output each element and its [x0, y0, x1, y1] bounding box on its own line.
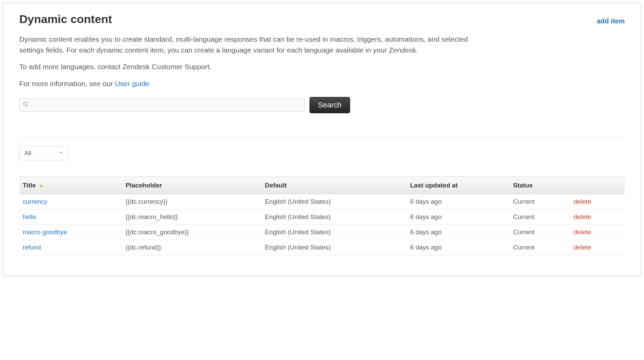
delete-link[interactable]: delete — [574, 228, 591, 236]
th-title[interactable]: Title — [19, 177, 122, 194]
search-row: Search — [19, 97, 625, 113]
row-default: English (United States) — [261, 240, 407, 255]
row-title-link[interactable]: currency — [23, 198, 47, 205]
table-row: macro goodbye{{dc.macro_goodbye}}English… — [19, 225, 625, 240]
description-para-1: Dynamic content enables you to create st… — [19, 34, 473, 55]
table-row: currency{{dc.currency}}English (United S… — [19, 194, 625, 209]
row-placeholder: {{dc.macro_hello}} — [122, 209, 261, 225]
delete-link[interactable]: delete — [574, 213, 591, 220]
row-last-updated: 6 days ago — [407, 209, 510, 225]
dynamic-content-table: Title Placeholder Default Last updated a… — [19, 177, 625, 255]
search-button[interactable]: Search — [309, 97, 350, 113]
description-para-2: To add more languages, contact Zendesk C… — [19, 61, 473, 72]
description-para-3-prefix: For more information, see our — [19, 80, 115, 87]
row-title-link[interactable]: refund — [23, 244, 41, 251]
header-row: Dynamic content add item — [19, 13, 625, 26]
user-guide-link[interactable]: User guide — [115, 80, 149, 87]
row-title-link[interactable]: hello — [23, 213, 36, 220]
th-last-updated[interactable]: Last updated at — [407, 177, 510, 194]
row-last-updated: 6 days ago — [407, 240, 510, 255]
row-status: Current — [510, 240, 570, 255]
th-default[interactable]: Default — [261, 177, 407, 194]
row-placeholder: {{dc.refund}} — [122, 240, 261, 255]
page-container: Dynamic content add item Dynamic content… — [3, 3, 641, 276]
filter-select-wrapper: All — [19, 146, 68, 160]
row-last-updated: 6 days ago — [407, 194, 510, 209]
th-actions — [570, 177, 625, 194]
row-placeholder: {{dc.macro_goodbye}} — [122, 225, 261, 240]
add-item-link[interactable]: add item — [597, 17, 625, 25]
section-divider — [19, 137, 625, 137]
table-row: refund{{dc.refund}}English (United State… — [19, 240, 625, 255]
table-header-row: Title Placeholder Default Last updated a… — [19, 177, 625, 194]
row-status: Current — [510, 225, 570, 240]
search-input[interactable] — [19, 99, 305, 112]
filter-select[interactable]: All — [19, 146, 68, 160]
th-title-label: Title — [23, 182, 36, 189]
description-para-3: For more information, see our User guide — [19, 78, 473, 89]
table-row: hello{{dc.macro_hello}}English (United S… — [19, 209, 625, 225]
row-default: English (United States) — [261, 209, 407, 225]
search-input-wrapper — [19, 99, 305, 112]
row-placeholder: {{dc.currency}} — [122, 194, 261, 209]
delete-link[interactable]: delete — [574, 198, 591, 205]
row-status: Current — [510, 194, 570, 209]
row-status: Current — [510, 209, 570, 225]
row-title-link[interactable]: macro goodbye — [23, 228, 67, 236]
row-last-updated: 6 days ago — [407, 225, 510, 240]
row-default: English (United States) — [261, 225, 407, 240]
page-title: Dynamic content — [19, 13, 112, 26]
delete-link[interactable]: delete — [574, 244, 591, 251]
sort-asc-icon — [40, 184, 43, 187]
row-default: English (United States) — [261, 194, 407, 209]
th-status[interactable]: Status — [510, 177, 570, 194]
th-placeholder[interactable]: Placeholder — [122, 177, 261, 194]
